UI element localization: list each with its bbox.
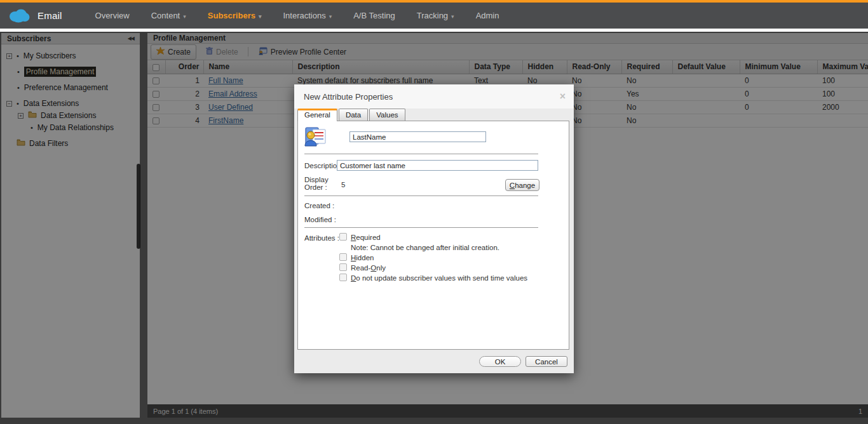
attributes-label: Attributes : <box>304 234 339 242</box>
attribute-name-input[interactable] <box>349 131 486 142</box>
nav-item-admin[interactable]: Admin <box>476 11 499 20</box>
app-title: Email <box>37 10 62 21</box>
chevron-down-icon: ▾ <box>451 12 454 20</box>
created-label: Created : <box>304 202 334 209</box>
ok-button[interactable]: OK <box>479 356 521 367</box>
description-input[interactable] <box>337 160 538 171</box>
dialog-tabs: General Data Values <box>294 109 574 121</box>
no-send-time-update-checkbox-label: Do not update subscriber values with sen… <box>351 274 527 282</box>
tab-general[interactable]: General <box>297 109 337 121</box>
separator <box>304 195 538 196</box>
attribute-profile-icon <box>304 126 327 150</box>
nav-divider-strip <box>0 29 868 32</box>
dialog-title: New Attribute Properties <box>304 92 393 102</box>
salesforce-cloud-logo <box>8 8 31 23</box>
display-order-label: Display Order : <box>304 176 334 191</box>
nav-item-overview[interactable]: Overview <box>95 11 130 20</box>
separator <box>304 154 538 154</box>
nav-item-subscribers[interactable]: Subscribers▾ <box>208 11 262 20</box>
new-attribute-properties-dialog: New Attribute Properties × General Data … <box>294 84 574 373</box>
read-only-checkbox[interactable] <box>339 263 347 271</box>
tab-values[interactable]: Values <box>369 109 405 121</box>
modified-label: Modified : <box>304 216 336 223</box>
close-icon[interactable]: × <box>560 91 566 102</box>
content-area: Subscribers ◀◀ + • My Subscribers • Prof… <box>0 32 868 424</box>
display-order-value: 5 <box>341 181 345 189</box>
dialog-header: New Attribute Properties × <box>294 84 574 109</box>
no-send-time-update-checkbox[interactable] <box>339 274 347 281</box>
nav-item-content[interactable]: Content▾ <box>151 11 186 20</box>
required-note: Note: Cannot be changed after initial cr… <box>351 244 499 251</box>
nav-item-tracking[interactable]: Tracking▾ <box>417 11 454 20</box>
separator <box>304 227 538 228</box>
chevron-down-icon: ▾ <box>183 12 186 20</box>
dialog-general-tab-panel: Description : Display Order : 5 Change C… <box>297 121 569 350</box>
chevron-down-icon: ▾ <box>329 12 332 20</box>
nav-items: Overview Content▾ Subscribers▾ Interacti… <box>95 11 499 20</box>
nav-item-interactions[interactable]: Interactions▾ <box>283 11 332 20</box>
hidden-checkbox-label: Hidden <box>351 254 374 262</box>
chevron-down-icon: ▾ <box>259 12 262 20</box>
hidden-checkbox[interactable] <box>339 253 347 261</box>
top-nav: Email Overview Content▾ Subscribers▾ Int… <box>0 3 868 29</box>
required-checkbox-label: Required <box>351 234 381 241</box>
nav-item-ab-testing[interactable]: A/B Testing <box>353 11 395 20</box>
required-checkbox[interactable] <box>339 233 347 241</box>
change-button[interactable]: Change <box>505 179 539 191</box>
cancel-button[interactable]: Cancel <box>526 356 567 367</box>
tab-data[interactable]: Data <box>339 109 368 121</box>
read-only-checkbox-label: Read-Only <box>351 264 386 272</box>
